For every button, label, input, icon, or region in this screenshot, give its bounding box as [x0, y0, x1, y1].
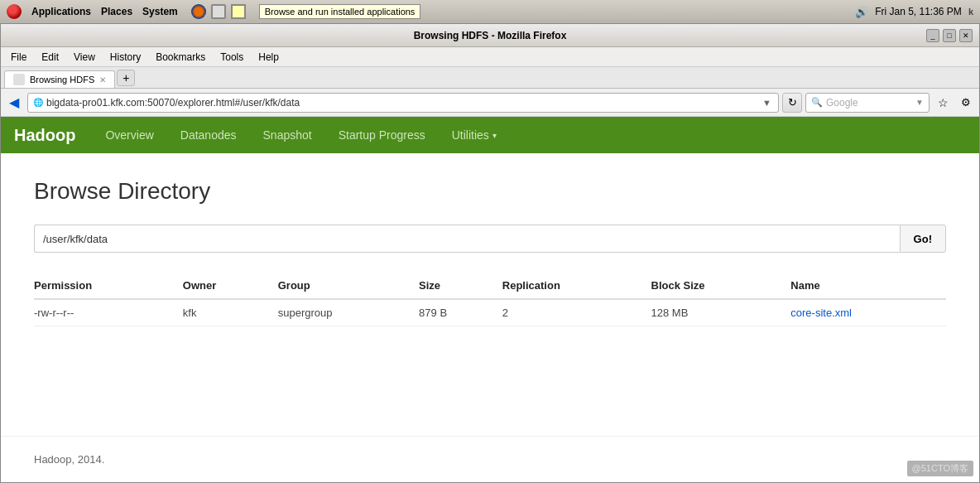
firefox-icon [191, 4, 206, 19]
gnome-icon [7, 4, 22, 19]
utilities-label: Utilities [452, 128, 489, 142]
bookmark-star-button[interactable]: ☆ [933, 93, 953, 113]
hadoop-brand: Hadoop [14, 126, 75, 145]
col-replication: Replication [502, 273, 651, 299]
search-dropdown-icon[interactable]: ▼ [915, 98, 924, 107]
volume-icon: 🔊 [855, 6, 868, 18]
addon-icon: ⚙ [961, 96, 971, 109]
tab-bar: Browsing HDFS ✕ + [1, 67, 979, 89]
text-editor-icon [231, 4, 246, 19]
file-table-body: -rw-r--r-- kfk supergroup 879 B 2 128 MB… [34, 299, 946, 326]
menu-view[interactable]: View [67, 50, 102, 65]
system-menu-item[interactable]: System [139, 4, 181, 19]
file-link[interactable]: core-site.xml [790, 307, 852, 319]
cell-block-size: 128 MB [651, 299, 791, 326]
url-bar[interactable]: 🌐 bigdata-pro01.kfk.com:50070/explorer.h… [27, 93, 779, 113]
cell-replication: 2 [502, 299, 651, 326]
table-row: -rw-r--r-- kfk supergroup 879 B 2 128 MB… [34, 299, 946, 326]
page-icon: 🌐 [33, 98, 43, 107]
address-bar: ◀ 🌐 bigdata-pro01.kfk.com:50070/explorer… [1, 89, 979, 117]
back-arrow-icon: ◀ [9, 94, 19, 110]
search-bar[interactable]: 🔍 Google ▼ [805, 93, 930, 113]
main-content: Browse Directory Go! Permission Owner Gr… [1, 153, 979, 436]
title-bar: Browsing HDFS - Mozilla Firefox _ □ ✕ [1, 24, 979, 47]
close-button[interactable]: ✕ [959, 29, 973, 42]
nav-overview[interactable]: Overview [92, 122, 166, 148]
table-header-row: Permission Owner Group Size Replication … [34, 273, 946, 299]
app-menu[interactable]: Applications Places System [7, 4, 181, 19]
cell-owner: kfk [183, 299, 278, 326]
maximize-button[interactable]: □ [943, 29, 956, 42]
tab-favicon [13, 74, 25, 85]
cell-group: supergroup [278, 299, 419, 326]
browser-window: Browsing HDFS - Mozilla Firefox _ □ ✕ Fi… [0, 23, 980, 483]
new-tab-button[interactable]: + [117, 70, 135, 86]
page-title: Browse Directory [34, 178, 946, 205]
cell-name[interactable]: core-site.xml [790, 299, 946, 326]
search-placeholder: Google [826, 97, 858, 109]
taskbar-left: Applications Places System Browse and ru… [7, 4, 420, 19]
utilities-dropdown-icon: ▾ [492, 131, 497, 140]
nav-snapshot[interactable]: Snapshot [250, 122, 325, 148]
menu-tools[interactable]: Tools [214, 50, 250, 65]
applications-menu-item[interactable]: Applications [28, 4, 94, 19]
col-permission: Permission [34, 273, 183, 299]
footer-text: Hadoop, 2014. [34, 453, 104, 466]
app-tooltip: Browse and run installed applications [259, 4, 421, 19]
user-initial: k [968, 7, 973, 17]
go-button[interactable]: Go! [900, 225, 946, 253]
hadoop-nav: Hadoop Overview Datanodes Snapshot Start… [1, 117, 979, 153]
places-menu-item[interactable]: Places [98, 4, 136, 19]
cell-size: 879 B [419, 299, 502, 326]
url-text: bigdata-pro01.kfk.com:50070/explorer.htm… [46, 97, 761, 109]
minimize-button[interactable]: _ [926, 29, 939, 42]
window-title: Browsing HDFS - Mozilla Firefox [414, 30, 567, 41]
cell-permission: -rw-r--r-- [34, 299, 183, 326]
window-controls: _ □ ✕ [926, 29, 973, 42]
url-dropdown-btn[interactable]: ▼ [761, 98, 773, 108]
nav-utilities[interactable]: Utilities ▾ [439, 122, 510, 148]
taskbar-icons [191, 4, 246, 19]
page-footer: Hadoop, 2014. [1, 436, 979, 482]
tab-browsing-hdfs[interactable]: Browsing HDFS ✕ [4, 70, 115, 88]
tab-label: Browsing HDFS [30, 75, 94, 85]
back-button[interactable]: ◀ [4, 93, 24, 113]
col-group: Group [278, 273, 419, 299]
taskbar: Applications Places System Browse and ru… [0, 0, 980, 23]
refresh-button[interactable]: ↻ [782, 93, 802, 113]
col-size: Size [419, 273, 502, 299]
col-owner: Owner [183, 273, 278, 299]
menu-edit[interactable]: Edit [35, 50, 65, 65]
url-actions: ▼ [761, 98, 773, 108]
menu-bookmarks[interactable]: Bookmarks [149, 50, 212, 65]
home-icon [211, 4, 226, 19]
file-table: Permission Owner Group Size Replication … [34, 273, 946, 326]
nav-startup-progress[interactable]: Startup Progress [325, 122, 439, 148]
menu-bar: File Edit View History Bookmarks Tools H… [1, 47, 979, 67]
clock: Fri Jan 5, 11:36 PM [875, 6, 962, 17]
menu-history[interactable]: History [103, 50, 147, 65]
search-engine-icon: 🔍 [811, 97, 823, 108]
addon-button[interactable]: ⚙ [956, 93, 976, 113]
tab-close-button[interactable]: ✕ [99, 75, 106, 85]
col-name: Name [790, 273, 946, 299]
nav-datanodes[interactable]: Datanodes [167, 122, 250, 148]
menu-help[interactable]: Help [252, 50, 286, 65]
watermark: @51CTO博客 [907, 461, 973, 476]
taskbar-right: 🔊 Fri Jan 5, 11:36 PM k [855, 6, 973, 18]
directory-input[interactable] [34, 225, 900, 253]
menu-file[interactable]: File [4, 50, 33, 65]
col-block-size: Block Size [651, 273, 791, 299]
directory-form: Go! [34, 225, 946, 253]
